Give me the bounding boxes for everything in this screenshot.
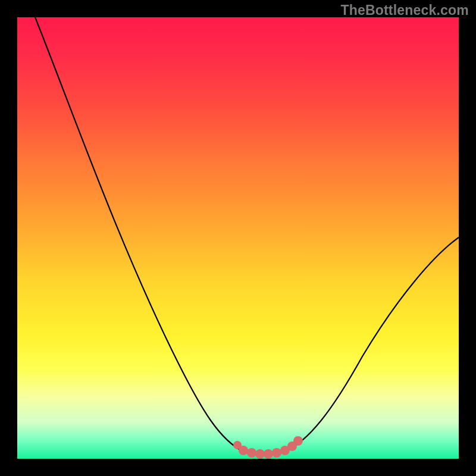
- watermark-text: TheBottleneck.com: [340, 2, 469, 18]
- bottleneck-curve: [17, 17, 459, 459]
- curve-path: [35, 17, 459, 455]
- chart-area: [17, 17, 459, 459]
